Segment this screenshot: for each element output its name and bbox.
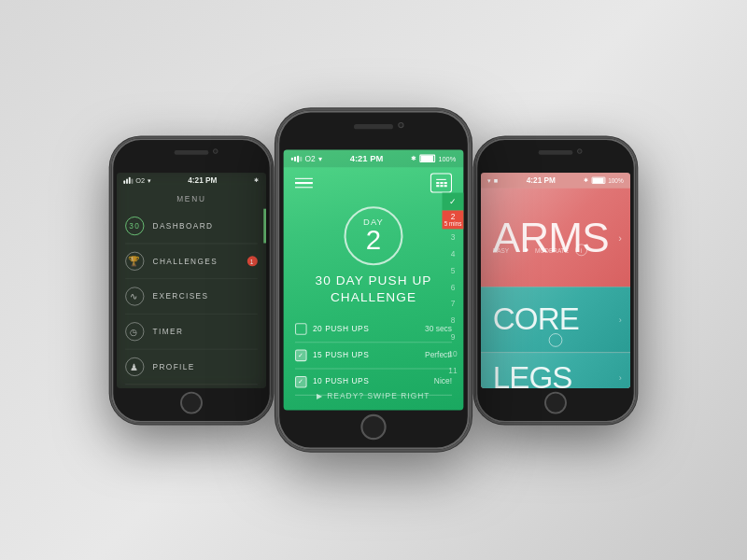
left-phone: O2 ▾ 4:21 PM ✱ MENU 30 DASHBOARD <box>110 136 274 424</box>
right-battery <box>592 176 606 183</box>
center-phone-camera <box>398 122 403 128</box>
right-phone-camera <box>577 148 583 154</box>
day-sel-3[interactable]: 3 <box>443 229 464 245</box>
moderate-dot <box>525 248 529 252</box>
difficulty-row: EASY › MODERATE i <box>493 244 618 256</box>
challenges-label: CHALLENGES <box>153 257 218 265</box>
menu-item-settings[interactable]: ⚙ SETTINGS <box>125 385 258 388</box>
menu-item-timer[interactable]: ◷ TIMER <box>125 314 258 349</box>
hamburger-menu[interactable] <box>295 178 313 189</box>
day-sel-8[interactable]: 8 <box>443 313 464 329</box>
menu-list: 30 DASHBOARD 🏆 CHALLENGES 1 ∿ EXERCISES <box>117 208 266 387</box>
checkbox-3[interactable]: ✓ <box>295 376 307 388</box>
day-sel-4[interactable]: 4 <box>443 245 464 262</box>
exercise-left-2: ✓ 15 PUSH UPS <box>295 349 369 361</box>
menu-item-challenges[interactable]: 🏆 CHALLENGES 1 <box>125 244 258 279</box>
challenges-icon: 🏆 <box>125 251 144 270</box>
day-sel-5[interactable]: 5 <box>443 262 464 279</box>
challenges-badge: 1 <box>247 256 258 266</box>
day-circle: DAY 2 <box>345 206 403 265</box>
exercise-left-1: 20 PUSH UPS <box>295 323 369 335</box>
menu-item-profile[interactable]: ♟ PROFILE <box>125 349 258 385</box>
core-chevron: › <box>619 315 622 324</box>
center-nav <box>283 167 463 199</box>
day-selector: ✓ 25 mins 3 4 5 6 7 8 9 10 11 <box>443 189 464 410</box>
exercise-name-3: 10 PUSH UPS <box>313 377 369 385</box>
signal-dots <box>123 176 133 183</box>
legs-section[interactable]: LEGS › <box>481 352 630 388</box>
phone-speaker <box>175 150 209 155</box>
info-icon[interactable]: i <box>575 244 587 256</box>
core-circle-btn[interactable] <box>549 332 563 346</box>
battery-fill <box>420 156 433 161</box>
exercise-left-3: ✓ 10 PUSH UPS <box>295 376 369 388</box>
day-sel-7[interactable]: 7 <box>443 296 464 313</box>
challenge-title: 30 DAY PUSH UPCHALLENGE <box>283 273 463 306</box>
right-phone-screen: ▾ ■ 4:21 PM ✱ 100% CHA <box>481 173 630 388</box>
day-sel-6[interactable]: 6 <box>443 279 464 296</box>
right-status-icons: ✱ <box>254 176 260 183</box>
checkbox-2[interactable]: ✓ <box>295 349 307 361</box>
profile-icon: ♟ <box>125 357 144 375</box>
battery <box>419 155 435 162</box>
day-sel-1[interactable]: ✓ <box>443 193 464 211</box>
exercise-item-2[interactable]: ✓ 15 PUSH UPS Perfect! <box>295 343 452 369</box>
right-wifi-icon: ■ <box>494 176 498 184</box>
exercise-item-1[interactable]: 20 PUSH UPS 30 secs <box>295 316 452 343</box>
exercise-name-1: 20 PUSH UPS <box>313 325 369 333</box>
exercise-name-2: 15 PUSH UPS <box>313 351 369 359</box>
right-bt-icon: ✱ <box>584 176 589 183</box>
day-sel-2[interactable]: 25 mins <box>443 210 464 229</box>
menu-item-exercises[interactable]: ∿ EXERCISES <box>125 279 258 315</box>
wifi-icon: ▾ <box>148 176 151 184</box>
day-sel-10[interactable]: 10 <box>443 345 464 362</box>
center-phone-screen: O2 ▾ 4:21 PM ✱ 100% <box>283 149 463 410</box>
right-phone: ▾ ■ 4:21 PM ✱ 100% CHA <box>474 136 638 424</box>
center-carrier: O2 ▾ <box>291 154 322 162</box>
phone-camera <box>213 148 218 154</box>
right-carrier: ▾ ■ <box>487 176 498 184</box>
center-phone: O2 ▾ 4:21 PM ✱ 100% <box>275 108 472 452</box>
right-phone-icons: ✱ 100% <box>584 176 623 183</box>
center-status-bar: O2 ▾ 4:21 PM ✱ 100% <box>283 149 463 167</box>
day-label: DAY <box>363 217 384 228</box>
battery-label: 100% <box>438 155 456 161</box>
right-battery-body <box>592 176 606 183</box>
day-sel-9[interactable]: 9 <box>443 329 464 346</box>
center-phone-home-button[interactable] <box>360 414 386 440</box>
phones-container: O2 ▾ 4:21 PM ✱ MENU 30 DASHBOARD <box>103 117 644 443</box>
bluetooth-icon: ✱ <box>254 176 260 183</box>
swipe-hint: ▶ READY? SWIPE RIGHT <box>283 392 463 400</box>
left-phone-screen: O2 ▾ 4:21 PM ✱ MENU 30 DASHBOARD <box>117 173 266 388</box>
exercises-label: EXERCISES <box>153 291 209 300</box>
right-status-bar: ▾ ■ 4:21 PM ✱ 100% <box>481 173 630 189</box>
day-number: 2 <box>366 227 381 254</box>
battery-body <box>419 155 435 162</box>
timer-icon: ◷ <box>125 322 144 341</box>
right-phone-home-button[interactable] <box>544 391 567 413</box>
carrier-label: O2 <box>135 176 145 184</box>
menu-item-dashboard[interactable]: 30 DASHBOARD <box>125 208 258 244</box>
phone-home-button[interactable] <box>180 391 203 413</box>
center-phone-speaker <box>354 124 393 129</box>
checkbox-1[interactable] <box>295 323 307 335</box>
menu-header: MENU <box>117 188 266 208</box>
core-section[interactable]: CORE › <box>481 287 630 351</box>
legs-label: LEGS <box>493 359 572 387</box>
dashboard-icon: 30 <box>125 216 144 234</box>
center-time: 4:21 PM <box>350 154 384 164</box>
day-sel-11[interactable]: 11 <box>443 362 464 379</box>
center-carrier-label: O2 <box>305 154 316 162</box>
arms-chevron: › <box>618 231 622 244</box>
right-battery-label: 100% <box>608 177 623 183</box>
core-label: CORE <box>493 301 579 338</box>
exercise-list: 20 PUSH UPS 30 secs ✓ 15 PUSH UPS Perfec… <box>283 316 463 396</box>
left-status-bar: O2 ▾ 4:21 PM ✱ <box>117 173 266 189</box>
right-phone-speaker <box>539 150 573 155</box>
moderate-label: MODERATE <box>535 247 569 253</box>
center-bluetooth-icon: ✱ <box>411 155 416 162</box>
arms-section[interactable]: ARMS › EASY › MODERATE i <box>481 188 630 287</box>
easy-label: EASY <box>493 247 509 253</box>
legs-chevron: › <box>619 373 622 383</box>
profile-label: PROFILE <box>153 362 195 371</box>
